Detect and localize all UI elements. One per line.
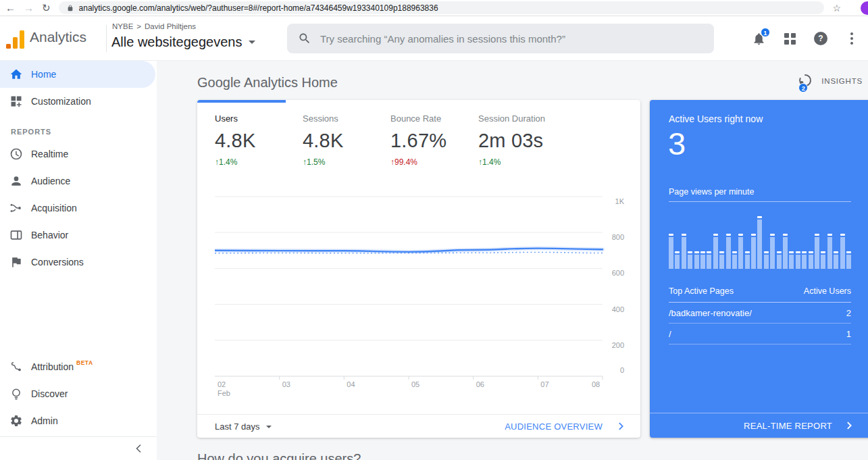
view-selector-label[interactable]: Alle websitegegevens	[111, 34, 242, 50]
logo-bar-small	[6, 44, 11, 49]
pageviews-bar	[789, 251, 794, 269]
sidebar-item-conversions[interactable]: Conversions	[0, 249, 157, 276]
pageviews-bar	[802, 251, 807, 269]
search-input[interactable]	[320, 33, 703, 45]
x-axis-label: 07	[540, 380, 548, 389]
apps-grid-button[interactable]	[782, 30, 798, 47]
sidebar-item-home[interactable]: Home	[0, 61, 155, 88]
product-name: Analytics	[30, 29, 86, 45]
selected-metric-indicator	[197, 100, 286, 103]
y-axis-label: 800	[604, 233, 624, 241]
more-vert-icon	[850, 32, 853, 45]
breadcrumb-property[interactable]: David Philtjens	[145, 22, 196, 30]
breadcrumb[interactable]: NYBE > David Philtjens	[112, 22, 196, 30]
sidebar-item-behavior[interactable]: Behavior	[0, 222, 157, 249]
pageviews-bar	[688, 251, 692, 269]
chevron-right-icon	[616, 421, 626, 431]
y-axis-label: 0	[604, 366, 624, 374]
sidebar-item-label: Behavior	[20, 230, 68, 240]
column-header-users: Active Users	[804, 286, 851, 296]
address-bar[interactable]: analytics.google.com/analytics/web/?auth…	[59, 1, 825, 14]
help-button[interactable]: ?	[813, 30, 829, 47]
metric-tab-sessions[interactable]: Sessions 4.8K ↑1.5%	[303, 113, 390, 167]
insights-label: INSIGHTS	[821, 77, 863, 85]
pageviews-bar-chart	[669, 211, 851, 269]
pageviews-bar	[815, 234, 819, 269]
sidebar-item-audience[interactable]: Audience	[0, 168, 157, 195]
pageviews-bar	[707, 251, 711, 269]
sidebar-item-label: Acquisition	[20, 203, 77, 213]
x-axis-label: 08	[592, 380, 600, 389]
analytics-logo-icon[interactable]	[6, 28, 24, 49]
x-axis-label: 05	[411, 380, 419, 389]
sidebar-item-label: Conversions	[20, 257, 84, 267]
metric-delta: ↑1.4%	[478, 157, 566, 167]
metric-value: 4.8K	[303, 130, 390, 152]
notifications-button[interactable]: 1	[750, 30, 767, 47]
search-bar[interactable]	[287, 24, 714, 53]
metric-value: 4.8K	[215, 130, 303, 152]
metric-tab-session-duration[interactable]: Session Duration 2m 03s ↑1.4%	[478, 113, 566, 167]
y-axis-label: 1K	[604, 197, 624, 205]
view-selector[interactable]: Alle websitegegevens	[111, 34, 255, 50]
lock-icon	[67, 4, 74, 12]
sidebar-item-label: Realtime	[20, 149, 68, 159]
pageviews-bar	[757, 216, 762, 269]
browser-refresh-icon[interactable]: ↻	[42, 3, 51, 13]
browser-back-icon[interactable]: ←	[5, 3, 16, 13]
browser-forward-icon[interactable]: →	[24, 3, 34, 13]
pageviews-bar	[669, 234, 673, 269]
reports-section-label: REPORTS	[0, 115, 157, 140]
pageviews-bar	[796, 251, 800, 269]
y-axis-label: 600	[604, 269, 624, 277]
chevron-down-icon	[249, 41, 255, 44]
sidebar-item-acquisition[interactable]: Acquisition	[0, 195, 157, 222]
pageviews-bar	[840, 234, 845, 269]
active-users-value: 2	[846, 308, 851, 318]
metric-value: 2m 03s	[478, 130, 566, 152]
divider	[669, 201, 851, 202]
pageviews-bar	[777, 251, 782, 269]
pageviews-bar	[682, 234, 686, 269]
pageviews-bar	[764, 251, 769, 269]
overview-card-footer: Last 7 days AUDIENCE OVERVIEW	[197, 414, 640, 438]
metric-label: Users	[215, 113, 303, 124]
audience-overview-link[interactable]: AUDIENCE OVERVIEW	[505, 421, 626, 432]
sidebar-item-label: Admin	[20, 415, 58, 426]
beta-badge: BETA	[76, 359, 93, 366]
realtime-report-link[interactable]: REAL-TIME REPORT	[650, 413, 868, 438]
collapse-sidebar-icon[interactable]	[134, 443, 145, 454]
browser-profile-avatar[interactable]	[861, 1, 868, 15]
metric-tab-users[interactable]: Users 4.8K ↑1.4%	[215, 113, 303, 167]
y-axis-label: 200	[604, 341, 624, 349]
overview-card: Users 4.8K ↑1.4% Sessions 4.8K ↑1.5% Bou…	[197, 100, 640, 438]
pageviews-bar	[821, 251, 825, 269]
date-range-dropdown[interactable]: Last 7 days	[215, 421, 272, 432]
breadcrumb-separator: >	[136, 22, 141, 30]
table-row: /badkamer-renovatie/ 2	[669, 303, 851, 324]
logo-bar-medium	[13, 37, 18, 49]
insights-button[interactable]: 2 INSIGHTS	[797, 72, 863, 90]
pageviews-bar	[719, 251, 724, 269]
metric-value: 1.67%	[390, 130, 478, 152]
sidebar-item-customization[interactable]: Customization	[0, 88, 157, 115]
column-header-pages: Top Active Pages	[669, 286, 734, 296]
pageviews-bar	[770, 234, 775, 269]
breadcrumb-account[interactable]: NYBE	[112, 22, 133, 30]
sidebar-item-admin[interactable]: Admin	[0, 407, 157, 434]
pageviews-bar	[846, 251, 851, 269]
x-axis-label: 02Feb	[218, 380, 230, 398]
sidebar-item-discover[interactable]: Discover	[0, 380, 157, 407]
pageviews-bar	[675, 251, 680, 269]
pageviews-bar	[700, 251, 705, 269]
metric-tab-bounce-rate[interactable]: Bounce Rate 1.67% ↑99.4%	[390, 113, 478, 167]
metric-delta: ↑99.4%	[390, 157, 478, 167]
sidebar-item-realtime[interactable]: Realtime	[0, 140, 157, 168]
pageviews-bar	[713, 234, 718, 269]
active-users-value: 1	[846, 329, 851, 339]
sidebar-item-attribution[interactable]: Attribution BETA	[0, 353, 157, 380]
bookmark-star-icon[interactable]: ☆	[832, 3, 841, 14]
chevron-right-icon	[844, 421, 854, 430]
more-menu-button[interactable]	[844, 30, 860, 47]
sidebar-item-label: Discover	[20, 388, 68, 399]
